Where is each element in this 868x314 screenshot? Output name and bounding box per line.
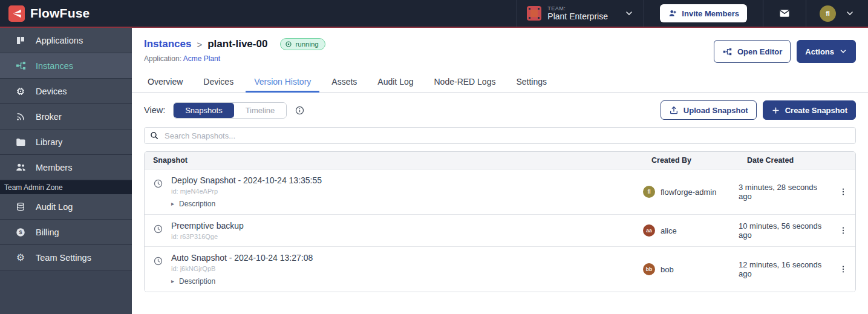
flowfuse-logo[interactable]: FlowFuse (0, 5, 90, 22)
snapshot-title: Preemptive backup (171, 221, 244, 231)
view-toggle: Snapshots Timeline (173, 102, 287, 119)
plus-icon (771, 106, 780, 115)
snapshots-table: Snapshot Created By Date Created Deploy … (144, 151, 856, 292)
date-created: 10 minutes, 56 seconds ago (739, 221, 830, 240)
sidebar-item-devices[interactable]: Devices (0, 79, 132, 104)
avatar: aa (643, 224, 655, 237)
created-by-name: alice (661, 226, 677, 235)
breadcrumb-instances-link[interactable]: Instances (144, 38, 191, 50)
snapshot-id: id: j6kNGjrQpB (171, 265, 313, 272)
created-by-name: bob (661, 265, 674, 274)
invite-members-label: Invite Members (682, 9, 739, 18)
status-badge-label: running (295, 41, 318, 48)
sidebar-item-label: Audit Log (36, 202, 73, 212)
instances-icon (722, 47, 733, 57)
mail-button[interactable] (763, 0, 806, 27)
date-created: 12 minutes, 16 seconds ago (739, 260, 830, 278)
row-actions-kebab-icon[interactable] (830, 226, 855, 235)
application-link[interactable]: Acme Plant (183, 54, 220, 63)
description-toggle[interactable]: ▸ Description (171, 200, 322, 208)
upload-snapshot-label: Upload Snapshot (684, 106, 748, 115)
actions-label: Actions (805, 47, 834, 56)
sidebar-item-label: Applications (36, 36, 83, 45)
tab-node-red-logs[interactable]: Node-RED Logs (426, 71, 504, 93)
search-icon (149, 131, 159, 140)
sidebar-item-billing[interactable]: $ Billing (0, 220, 132, 245)
snapshot-id: id: r63P316Qge (171, 233, 244, 240)
team-label: TEAM: (547, 5, 608, 11)
tab-assets[interactable]: Assets (323, 71, 365, 93)
create-snapshot-label: Create Snapshot (785, 106, 847, 115)
mail-icon (778, 7, 791, 19)
description-label: Description (179, 277, 215, 286)
users-icon (15, 162, 27, 173)
view-toggle-snapshots[interactable]: Snapshots (174, 103, 233, 118)
table-header: Snapshot Created By Date Created (145, 152, 855, 169)
invite-members-button[interactable]: Invite Members (660, 4, 747, 22)
search-input[interactable] (165, 131, 850, 140)
clock-icon (153, 256, 163, 286)
sidebar-item-audit-log[interactable]: Audit Log (0, 194, 132, 220)
view-toggle-timeline[interactable]: Timeline (234, 103, 287, 118)
row-actions-kebab-icon[interactable] (830, 264, 855, 274)
sidebar-item-library[interactable]: Library (0, 129, 132, 155)
sidebar-item-label: Team Settings (36, 253, 91, 263)
table-row: Preemptive backup id: r63P316Qge aa alic… (145, 215, 855, 247)
upload-icon (669, 105, 679, 115)
sidebar-item-members[interactable]: Members (0, 155, 132, 180)
instances-icon (15, 60, 27, 71)
view-label: View: (144, 105, 165, 115)
team-name: Plant Enterprise (547, 11, 608, 21)
description-label: Description (179, 200, 215, 208)
row-actions-kebab-icon[interactable] (830, 187, 855, 197)
chevron-down-icon (845, 8, 855, 18)
tab-overview[interactable]: Overview (139, 71, 191, 93)
applications-icon (15, 35, 27, 46)
sidebar-nav: Applications Instances Devices Broker Li… (0, 28, 132, 314)
create-snapshot-button[interactable]: Create Snapshot (763, 100, 856, 120)
table-row: Deploy Snapshot - 2024-10-24 13:35:55 id… (145, 169, 855, 215)
application-label: Application: (144, 54, 181, 63)
sidebar-item-label: Library (36, 137, 62, 147)
column-header-snapshot: Snapshot (145, 152, 643, 169)
tab-version-history[interactable]: Version History (246, 71, 319, 93)
clock-icon (153, 224, 163, 240)
clock-icon (153, 178, 163, 208)
team-selector[interactable]: TEAM: Plant Enterprise (517, 0, 644, 27)
database-icon (15, 201, 27, 212)
sidebar-item-label: Broker (36, 112, 62, 122)
svg-text:$: $ (19, 229, 22, 235)
tab-devices[interactable]: Devices (195, 71, 242, 93)
date-created: 3 minutes, 28 seconds ago (739, 183, 830, 201)
sidebar-item-label: Devices (36, 87, 67, 96)
sidebar-item-applications[interactable]: Applications (0, 28, 132, 53)
page-title: plant-live-00 (207, 38, 267, 50)
user-menu[interactable]: fl (806, 0, 868, 27)
description-toggle[interactable]: ▸ Description (171, 277, 313, 286)
broadcast-icon (15, 111, 27, 122)
tab-audit-log[interactable]: Audit Log (369, 71, 422, 93)
sidebar-item-instances[interactable]: Instances (0, 53, 132, 79)
status-dot-icon (285, 41, 292, 48)
currency-dollar-icon: $ (15, 227, 27, 238)
user-avatar: fl (820, 5, 836, 22)
avatar: bb (643, 263, 655, 275)
tab-settings[interactable]: Settings (507, 71, 555, 93)
sidebar-item-broker[interactable]: Broker (0, 104, 132, 129)
upload-snapshot-button[interactable]: Upload Snapshot (661, 100, 757, 120)
avatar: fl (643, 186, 655, 198)
tab-bar: Overview Devices Version History Assets … (132, 71, 868, 93)
status-badge: running (280, 38, 325, 50)
folder-icon (15, 137, 27, 148)
sidebar-item-team-settings[interactable]: ⚙ Team Settings (0, 245, 132, 270)
team-admin-zone-label: Team Admin Zone (0, 180, 132, 194)
search-bar (144, 127, 856, 144)
actions-button[interactable]: Actions (797, 40, 856, 63)
triangle-right-icon: ▸ (171, 278, 174, 284)
main-content: Instances > plant-live-00 running Applic… (132, 28, 868, 314)
triangle-right-icon: ▸ (171, 201, 174, 207)
gear-icon: ⚙ (15, 253, 27, 263)
chevron-down-icon (839, 47, 847, 56)
info-icon[interactable] (295, 105, 305, 116)
open-editor-button[interactable]: Open Editor (714, 40, 791, 63)
